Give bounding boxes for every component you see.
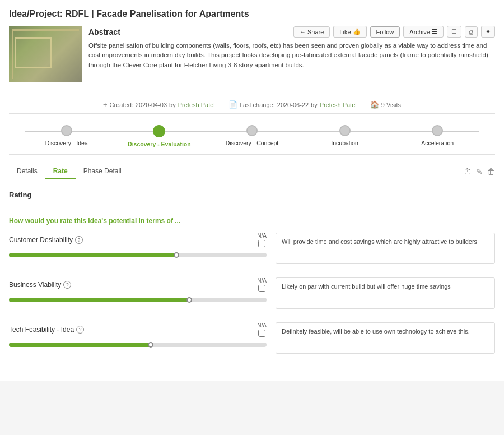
rating-right-2: Definitely feasible, will be able to use… <box>276 322 495 354</box>
info-icon-2[interactable]: ? <box>76 326 84 334</box>
rating-heading: Rating <box>9 191 495 199</box>
timeline-dot-3 <box>339 125 351 136</box>
timeline-dot-1 <box>153 125 165 137</box>
share-icon: ← <box>300 29 306 35</box>
rating-left-2: Tech Feasibility - Idea ? N/A <box>9 322 267 349</box>
timeline-label-2: Discovery - Concept <box>226 140 279 146</box>
tab-details[interactable]: Details <box>9 164 45 179</box>
slider-fill-0[interactable] <box>9 253 176 257</box>
slider-fill-2[interactable] <box>9 343 151 347</box>
lastchange-by-prefix: by <box>311 101 318 108</box>
created-label: Created: <box>110 101 133 108</box>
archive-button[interactable]: Archive ☰ <box>403 26 444 38</box>
lastchange-by-link[interactable]: Pretesh Patel <box>320 101 357 108</box>
timeline-label-3: Incubation <box>331 140 358 146</box>
rating-item-2: Tech Feasibility - Idea ? N/A <box>9 322 495 354</box>
rating-left-0: Customer Desirability ? N/A <box>9 233 267 260</box>
abstract-title: Abstract <box>88 27 120 36</box>
rating-na-col-0: N/A <box>257 233 267 247</box>
rating-label-2: Tech Feasibility - Idea ? <box>9 326 84 334</box>
lastchange-meta: 📄 Last change: 2020-06-22 by Pretesh Pat… <box>228 100 357 109</box>
clock-icon[interactable]: ⏱ <box>464 167 472 176</box>
slider-thumb-2[interactable] <box>148 342 153 348</box>
created-by-link[interactable]: Pretesh Patel <box>178 101 215 108</box>
info-icon-1[interactable]: ? <box>63 281 71 289</box>
slider-fill-1[interactable] <box>9 298 189 302</box>
created-date: 2020-04-03 <box>136 101 167 108</box>
rating-right-0: Will provide time and cost savings which… <box>276 233 495 264</box>
project-image <box>9 26 82 82</box>
rating-comment-0: Will provide time and cost savings which… <box>282 238 489 246</box>
visits-meta: 🏠 9 Visits <box>370 100 401 109</box>
icon-button-3[interactable]: ✦ <box>481 26 495 38</box>
like-icon: 👍 <box>353 28 361 35</box>
na-checkbox-1[interactable] <box>258 285 265 292</box>
info-icon-0[interactable]: ? <box>75 236 83 244</box>
tabs-row: Details Rate Phase Detail ⏱ ✎ 🗑 <box>9 164 495 179</box>
plus-icon: + <box>103 100 108 109</box>
abstract-title-row: Abstract ← Share Like 👍 Follow Archive <box>88 26 495 38</box>
timeline-step-0: Discovery - Idea <box>20 125 113 146</box>
timeline-label-4: Acceleration <box>421 140 454 146</box>
rating-comment-1: Likely on par with current build but wil… <box>282 283 489 291</box>
na-checkbox-0[interactable] <box>258 240 265 247</box>
na-label-1: N/A <box>257 277 267 284</box>
na-checkbox-2[interactable] <box>258 330 265 337</box>
na-label-2: N/A <box>257 322 267 328</box>
archive-icon: ☰ <box>432 28 437 35</box>
tab-actions: ⏱ ✎ 🗑 <box>464 167 495 176</box>
rating-comment-2: Definitely feasible, will be able to use… <box>282 327 489 336</box>
follow-button[interactable]: Follow <box>370 26 400 38</box>
rating-label-0: Customer Desirability ? <box>9 236 83 244</box>
lastchange-icon: 📄 <box>228 100 237 109</box>
rating-section: Rating How would you rate this idea's po… <box>9 186 495 372</box>
like-button[interactable]: Like 👍 <box>333 26 366 38</box>
rating-na-col-2: N/A <box>257 322 267 337</box>
icon-button-1[interactable]: ☐ <box>447 26 461 38</box>
slider-thumb-1[interactable] <box>186 297 192 303</box>
slider-track-1 <box>9 298 267 302</box>
tab-phase-detail[interactable]: Phase Detail <box>76 164 129 179</box>
timeline-step-2: Discovery - Concept <box>206 125 298 146</box>
share-button[interactable]: ← Share <box>293 26 330 38</box>
slider-track-2 <box>9 343 267 347</box>
tab-rate[interactable]: Rate <box>45 164 76 179</box>
slider-container-1 <box>9 295 267 304</box>
header-actions: ← Share Like 👍 Follow Archive ☰ ☐ <box>293 26 495 38</box>
rating-label-row-2: Tech Feasibility - Idea ? N/A <box>9 322 267 337</box>
timeline-label-1: Discovery - Evaluation <box>128 141 191 147</box>
lastchange-date: 2020-06-22 <box>277 101 309 108</box>
icon-button-2[interactable]: ⎙ <box>465 26 478 38</box>
rating-subheading: How would you rate this idea's potential… <box>9 217 495 225</box>
timeline-step-4: Acceleration <box>391 125 484 146</box>
timeline-dot-0 <box>61 125 72 136</box>
rating-left-1: Business Viability ? N/A <box>9 277 267 304</box>
visits-icon: 🏠 <box>370 100 379 109</box>
header-content: Abstract ← Share Like 👍 Follow Archive <box>88 26 495 82</box>
na-label-0: N/A <box>257 233 267 239</box>
created-meta: + Created: 2020-04-03 by Pretesh Patel <box>103 100 215 109</box>
rating-right-1: Likely on par with current build but wil… <box>276 277 495 309</box>
slider-container-0 <box>9 251 267 260</box>
abstract-description: Offsite panelisation of building compone… <box>88 41 495 70</box>
timeline-dot-4 <box>432 125 443 136</box>
edit-icon[interactable]: ✎ <box>476 167 483 176</box>
meta-row: + Created: 2020-04-03 by Pretesh Patel 📄… <box>9 96 495 114</box>
slider-container-2 <box>9 340 267 349</box>
timeline-label-0: Discovery - Idea <box>45 140 88 146</box>
trash-icon[interactable]: 🗑 <box>487 167 495 176</box>
rating-item-1: Business Viability ? N/A <box>9 277 495 309</box>
created-by-prefix: by <box>169 101 176 108</box>
timeline-step-3: Incubation <box>298 125 391 146</box>
timeline-track: Discovery - Idea Discovery - Evaluation … <box>9 125 495 147</box>
header-section: Abstract ← Share Like 👍 Follow Archive <box>9 26 495 89</box>
rating-label-1: Business Viability ? <box>9 281 71 289</box>
rating-item-0: Customer Desirability ? N/A <box>9 233 495 264</box>
page-title: Idea/Project: RDFL | Facade Panelisation… <box>9 9 495 19</box>
timeline-step-1: Discovery - Evaluation <box>113 125 206 147</box>
visits-count: 9 Visits <box>381 101 401 108</box>
slider-thumb-0[interactable] <box>174 252 179 258</box>
lastchange-label: Last change: <box>240 101 275 108</box>
timeline-dot-2 <box>246 125 258 136</box>
slider-track-0 <box>9 253 267 257</box>
